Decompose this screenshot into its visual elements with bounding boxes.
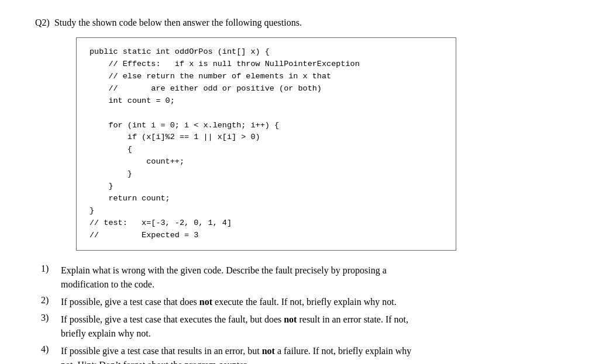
questions-list: 1) Explain what is wrong with the given … <box>41 264 564 364</box>
q3-text: If possible, give a test case that execu… <box>61 313 408 341</box>
code-container: public static int oddOrPos (int[] x) { /… <box>76 37 564 251</box>
q4-num: 4) <box>41 344 61 355</box>
q1-text: Explain what is wrong with the given cod… <box>61 264 387 292</box>
question-item-1: 1) Explain what is wrong with the given … <box>41 264 564 292</box>
code-box: public static int oddOrPos (int[] x) { /… <box>76 37 456 251</box>
code-block: public static int oddOrPos (int[] x) { /… <box>89 46 443 242</box>
q2-text: If possible, give a test case that does … <box>61 295 397 309</box>
q3-num: 3) <box>41 313 61 323</box>
question-header: Q2) Study the shown code below then answ… <box>35 18 564 28</box>
question-item-2: 2) If possible, give a test case that do… <box>41 295 564 309</box>
q2-num: 2) <box>41 295 61 306</box>
q4-text: If possible give a test case that result… <box>61 344 411 364</box>
question-title: Study the shown code below then answer t… <box>54 18 302 28</box>
q1-num: 1) <box>41 264 61 274</box>
question-label: Q2) <box>35 18 50 28</box>
question-item-4: 4) If possible give a test case that res… <box>41 344 564 364</box>
question-item-3: 3) If possible, give a test case that ex… <box>41 313 564 341</box>
